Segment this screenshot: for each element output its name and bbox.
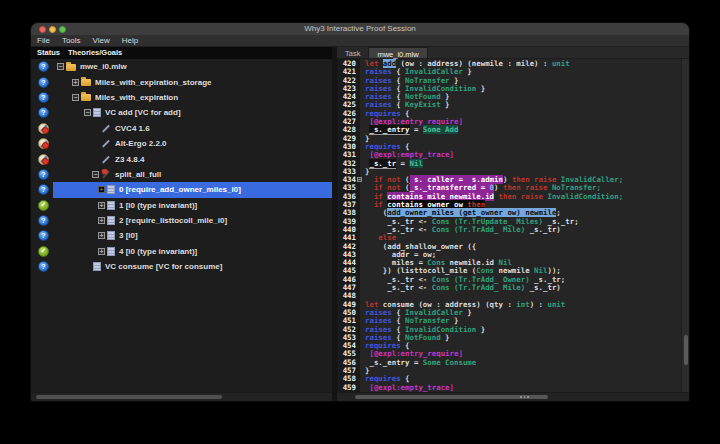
- expander-icon[interactable]: +: [98, 248, 105, 255]
- prover-icon: [101, 139, 111, 149]
- expander-icon[interactable]: +: [72, 79, 79, 86]
- tree-row-label: Z3 4.8.4: [115, 155, 144, 164]
- source-panel: Taskmwe_i0.mlw 420let add (ow : address)…: [337, 47, 689, 401]
- expander-icon[interactable]: −: [84, 109, 91, 116]
- status-fail-icon: [38, 138, 49, 149]
- menu-help[interactable]: Help: [116, 35, 144, 47]
- status-unknown-icon: ?: [38, 77, 49, 88]
- status-unknown-icon: ?: [38, 230, 49, 241]
- tree-row-label: Miles_with_expiration_storage: [95, 78, 211, 87]
- code-line[interactable]: 447 _s._tr <- Cons (Tr.TrAdd_ Mile) _s._…: [337, 284, 681, 292]
- left-horizontal-scrollbar[interactable]: [31, 392, 332, 401]
- status-unknown-icon: ?: [38, 261, 49, 272]
- prover-pencil-icon: [40, 140, 47, 147]
- scroll-icon: [93, 108, 101, 117]
- tree-row-label: 4 [i0 (type invariant)]: [119, 247, 197, 256]
- status-unknown-icon: ?: [38, 92, 49, 103]
- tree-row-label: CVC4 1.6: [115, 124, 150, 133]
- tab-mwe-i0-mlw[interactable]: mwe_i0.mlw: [368, 47, 427, 58]
- tree-row[interactable]: ?−Miles_with_expiration: [31, 90, 332, 105]
- menu-tools[interactable]: Tools: [56, 35, 87, 47]
- scroll-icon: [107, 201, 115, 210]
- tree-row[interactable]: ?−mwe_i0.mlw: [31, 59, 332, 74]
- tree-header: Status Theories/Goals: [31, 47, 332, 59]
- tree-row-label: Alt-Ergo 2.2.0: [115, 139, 167, 148]
- tree-row[interactable]: ?−split_all_full: [31, 167, 332, 182]
- tree-row[interactable]: Alt-Ergo 2.2.0: [31, 136, 332, 151]
- status-unknown-icon: ?: [38, 107, 49, 118]
- status-unknown-icon: ?: [38, 215, 49, 226]
- tree-row[interactable]: ✓+4 [i0 (type invariant)]: [31, 244, 332, 259]
- window-title: Why3 Interactive Proof Session: [31, 23, 689, 35]
- editor-horizontal-scrollbar[interactable]: [337, 392, 689, 401]
- status-unknown-icon: ?: [38, 184, 49, 195]
- code-line[interactable]: 456 _s._entry = Some Consume: [337, 359, 681, 367]
- menu-file[interactable]: File: [31, 35, 56, 47]
- expander-icon[interactable]: +: [98, 232, 105, 239]
- why3-window: Why3 Interactive Proof Session FileTools…: [30, 22, 690, 402]
- folder-icon: [81, 94, 91, 101]
- code-line[interactable]: 432 _s._tr = Nil: [337, 160, 681, 168]
- status-unknown-icon: ?: [38, 61, 49, 72]
- tree-row[interactable]: ?+0 [require_add_owner_miles_i0]: [31, 182, 332, 197]
- folder-icon: [81, 79, 91, 86]
- scroll-icon: [107, 216, 115, 225]
- scroll-icon: [107, 185, 115, 194]
- tree-row-label: 3 [i0]: [119, 231, 138, 240]
- scroll-icon: [107, 231, 115, 240]
- proof-tree-panel: Status Theories/Goals ?−mwe_i0.mlw?+Mile…: [31, 47, 332, 401]
- theories-column-header: Theories/Goals: [68, 48, 122, 57]
- menubar: FileToolsViewHelp: [31, 35, 689, 47]
- tree-row[interactable]: ?−VC add [VC for add]: [31, 105, 332, 120]
- fold-marker-icon[interactable]: −: [357, 177, 362, 182]
- editor-vertical-scrollbar[interactable]: [681, 59, 689, 392]
- status-column-header: Status: [37, 48, 60, 57]
- folder-icon: [66, 64, 76, 71]
- source-tabbar: Taskmwe_i0.mlw: [337, 47, 689, 59]
- left-hscroll-thumb[interactable]: [36, 395, 223, 399]
- tree-row-label: Miles_with_expiration: [95, 93, 178, 102]
- menu-view[interactable]: View: [87, 35, 116, 47]
- status-fail-icon: [38, 154, 49, 165]
- status-valid-icon: ✓: [38, 200, 49, 211]
- tree-row-label: VC add [VC for add]: [105, 108, 181, 117]
- tree-row[interactable]: ✓+1 [i0 (type invariant)]: [31, 198, 332, 213]
- expander-icon[interactable]: +: [98, 186, 105, 193]
- expander-icon[interactable]: −: [92, 171, 99, 178]
- tree-row-label: 2 [require_listtocoll_mile_i0]: [119, 216, 227, 225]
- scrollbar-handle-dots: [520, 396, 529, 398]
- expander-icon[interactable]: +: [98, 202, 105, 209]
- prover-pencil-icon: [40, 125, 47, 132]
- editor-vscroll-thumb[interactable]: [684, 335, 688, 365]
- status-valid-icon: ✓: [38, 246, 49, 257]
- tree-row[interactable]: Z3 4.8.4: [31, 151, 332, 166]
- tab-task[interactable]: Task: [337, 47, 368, 58]
- tree-row-label: 1 [i0 (type invariant)]: [119, 201, 197, 210]
- transform-icon: [101, 169, 111, 179]
- status-unknown-icon: ?: [38, 169, 49, 180]
- expander-icon[interactable]: −: [72, 94, 79, 101]
- status-fail-icon: [38, 123, 49, 134]
- titlebar[interactable]: Why3 Interactive Proof Session: [31, 23, 689, 35]
- tree-row[interactable]: ?+2 [require_listtocoll_mile_i0]: [31, 213, 332, 228]
- code-row: 420let add (ow : address) (newmile : mil…: [337, 59, 689, 392]
- tree-row-label: split_all_full: [115, 170, 161, 179]
- expander-icon[interactable]: +: [98, 217, 105, 224]
- prover-icon: [101, 123, 111, 133]
- tree-row-label: VC consume [VC for consume]: [105, 262, 222, 271]
- tree-row[interactable]: ?VC consume [VC for consume]: [31, 259, 332, 274]
- prover-pencil-icon: [40, 156, 47, 163]
- tree-row[interactable]: ?+Miles_with_expiration_storage: [31, 74, 332, 89]
- scroll-icon: [107, 247, 115, 256]
- scroll-icon: [93, 262, 101, 271]
- theories-goals-tree[interactable]: ?−mwe_i0.mlw?+Miles_with_expiration_stor…: [31, 59, 332, 392]
- main-area: Status Theories/Goals ?−mwe_i0.mlw?+Mile…: [31, 47, 689, 401]
- source-editor[interactable]: 420let add (ow : address) (newmile : mil…: [337, 59, 681, 392]
- tree-row[interactable]: ?+3 [i0]: [31, 228, 332, 243]
- expander-icon[interactable]: −: [57, 63, 64, 70]
- prover-icon: [101, 154, 111, 164]
- tree-row-label: 0 [require_add_owner_miles_i0]: [119, 185, 241, 194]
- tree-row-label: mwe_i0.mlw: [80, 62, 127, 71]
- code-line[interactable]: 428 _s._entry = Some Add: [337, 126, 681, 134]
- tree-row[interactable]: CVC4 1.6: [31, 121, 332, 136]
